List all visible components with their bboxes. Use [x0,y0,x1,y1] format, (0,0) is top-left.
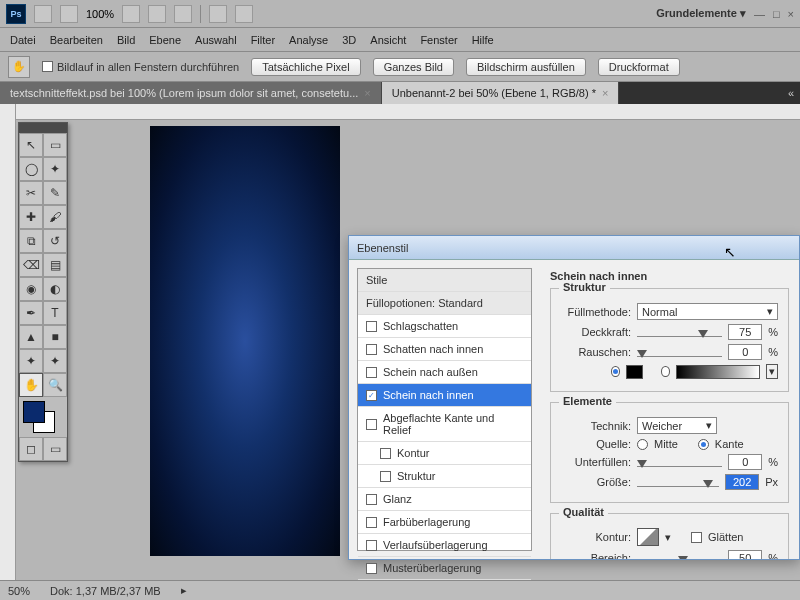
style-checkbox[interactable] [366,367,377,378]
menu-3d[interactable]: 3D [342,34,356,46]
menu-file[interactable]: Datei [10,34,36,46]
actual-pixels-button[interactable]: Tatsächliche Pixel [251,58,360,76]
arrange-button[interactable] [209,5,227,23]
style-row-muster-berlagerung[interactable]: Musterüberlagerung [358,557,531,580]
zoom-level[interactable]: 100% [86,8,114,20]
style-row-schein-nach-innen[interactable]: ✓Schein nach innen [358,384,531,407]
noise-slider[interactable] [637,344,722,360]
style-checkbox[interactable] [366,563,377,574]
menu-layer[interactable]: Ebene [149,34,181,46]
type-tool[interactable]: T [43,301,67,325]
view-extras-button[interactable] [60,5,78,23]
marquee-tool[interactable]: ▭ [43,133,67,157]
menu-edit[interactable]: Bearbeiten [50,34,103,46]
menu-select[interactable]: Auswahl [195,34,237,46]
tools-panel-grip[interactable] [19,123,67,133]
style-checkbox[interactable] [380,448,391,459]
rotate-tool-shortcut[interactable] [174,5,192,23]
dodge-tool[interactable]: ◐ [43,277,67,301]
style-row-kontur[interactable]: Kontur [358,442,531,465]
size-value[interactable]: 202 [725,474,759,490]
styles-header[interactable]: Stile [358,269,531,292]
close-button[interactable]: × [788,8,794,20]
fit-screen-button[interactable]: Ganzes Bild [373,58,454,76]
hand-tool-shortcut[interactable] [122,5,140,23]
style-checkbox[interactable] [366,321,377,332]
opacity-value[interactable]: 75 [728,324,762,340]
status-menu-icon[interactable]: ▸ [181,584,187,597]
technique-select[interactable]: Weicher▾ [637,417,717,434]
move-tool[interactable]: ↖ [19,133,43,157]
style-checkbox[interactable] [366,540,377,551]
workspace-switcher[interactable]: Grundelemente [656,7,746,20]
source-center-radio[interactable] [637,439,648,450]
screenmode-button[interactable] [235,5,253,23]
style-checkbox[interactable] [380,471,391,482]
gradient-radio[interactable] [661,366,670,377]
path-select-tool[interactable]: ▲ [19,325,43,349]
contour-dropdown[interactable]: ▾ [665,531,671,544]
pen-tool[interactable]: ✒ [19,301,43,325]
stamp-tool[interactable]: ⧉ [19,229,43,253]
zoom-tool-shortcut[interactable] [148,5,166,23]
color-swatches[interactable] [19,397,67,437]
style-row-schein-nach-au-en[interactable]: Schein nach außen [358,361,531,384]
range-slider[interactable] [637,550,722,559]
style-row-glanz[interactable]: Glanz [358,488,531,511]
source-edge-radio[interactable] [698,439,709,450]
lasso-tool[interactable]: ◯ [19,157,43,181]
shape-tool[interactable]: ■ [43,325,67,349]
dialog-titlebar[interactable]: Ebenenstil [349,236,799,260]
style-row-farb-berlagerung[interactable]: Farbüberlagerung [358,511,531,534]
document-tab-2[interactable]: Unbenannt-2 bei 50% (Ebene 1, RGB/8) * × [382,82,620,104]
style-row-struktur[interactable]: Struktur [358,465,531,488]
noise-value[interactable]: 0 [728,344,762,360]
menu-image[interactable]: Bild [117,34,135,46]
brush-tool[interactable]: 🖌 [43,205,67,229]
print-size-button[interactable]: Druckformat [598,58,680,76]
healing-tool[interactable]: ✚ [19,205,43,229]
opacity-slider[interactable] [637,324,722,340]
scroll-all-windows-checkbox[interactable]: Bildlauf in allen Fenstern durchführen [42,61,239,73]
menu-view[interactable]: Ansicht [370,34,406,46]
3d-tool[interactable]: ✦ [19,349,43,373]
close-icon[interactable]: × [364,87,370,99]
foreground-color[interactable] [23,401,45,423]
canvas[interactable] [150,126,340,556]
size-slider[interactable] [637,474,719,490]
minimize-button[interactable]: — [754,8,765,20]
blendmode-select[interactable]: Normal▾ [637,303,778,320]
hand-tool[interactable]: ✋ [19,373,43,397]
style-row-verlaufs-berlagerung[interactable]: Verlaufsüberlagerung [358,534,531,557]
zoom-field[interactable]: 50% [8,585,30,597]
history-brush-tool[interactable]: ↺ [43,229,67,253]
glow-color-swatch[interactable] [626,365,643,379]
range-value[interactable]: 50 [728,550,762,559]
current-tool-icon[interactable]: ✋ [8,56,30,78]
style-checkbox[interactable] [366,344,377,355]
quickmask-toggle[interactable]: ◻ [19,437,43,461]
blur-tool[interactable]: ◉ [19,277,43,301]
choke-slider[interactable] [637,454,722,470]
3d-camera-tool[interactable]: ✦ [43,349,67,373]
blend-options-row[interactable]: Füllopotionen: Standard [358,292,531,315]
bridge-button[interactable] [34,5,52,23]
style-checkbox[interactable]: ✓ [366,390,377,401]
style-checkbox[interactable] [366,419,377,430]
tab-overflow[interactable]: « [619,82,800,104]
quickselect-tool[interactable]: ✦ [43,157,67,181]
style-row-schlagschatten[interactable]: Schlagschatten [358,315,531,338]
contour-picker[interactable] [637,528,659,546]
maximize-button[interactable]: □ [773,8,780,20]
style-checkbox[interactable] [366,517,377,528]
glow-gradient[interactable] [676,365,760,379]
close-icon[interactable]: × [602,87,608,99]
style-checkbox[interactable] [366,494,377,505]
antialias-checkbox[interactable] [691,532,702,543]
gradient-tool[interactable]: ▤ [43,253,67,277]
menu-help[interactable]: Hilfe [472,34,494,46]
style-row-schatten-nach-innen[interactable]: Schatten nach innen [358,338,531,361]
menu-filter[interactable]: Filter [251,34,275,46]
menu-analysis[interactable]: Analyse [289,34,328,46]
style-row-abgeflachte-kante-und-relief[interactable]: Abgeflachte Kante und Relief [358,407,531,442]
